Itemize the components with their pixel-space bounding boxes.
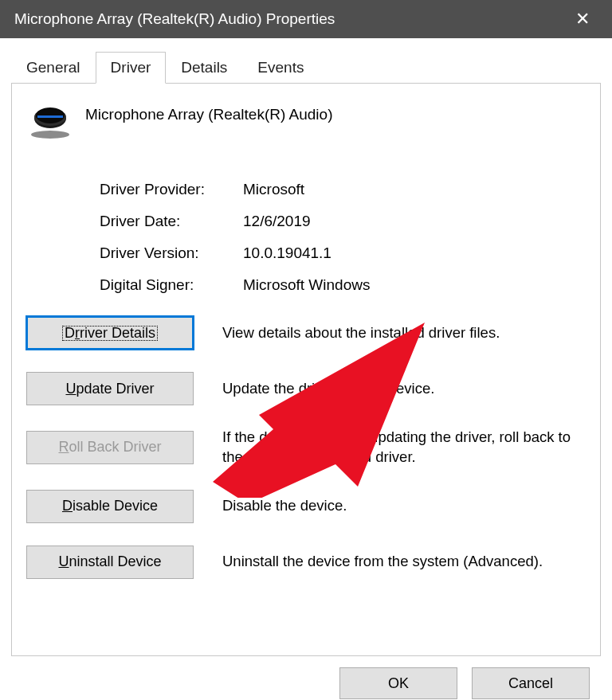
tab-events[interactable]: Events <box>242 52 319 84</box>
uninstall-device-description: Uninstall the device from the system (Ad… <box>222 552 586 572</box>
driver-info-grid: Driver Provider: Microsoft Driver Date: … <box>100 181 586 294</box>
disable-device-button[interactable]: Disable Device <box>26 490 194 523</box>
svg-point-0 <box>31 131 69 139</box>
window-title: Microphone Array (Realtek(R) Audio) Prop… <box>14 10 335 28</box>
driver-actions: Drriver Details View details about the i… <box>26 316 586 579</box>
driver-version-label: Driver Version: <box>100 244 243 262</box>
driver-tab-panel: Microphone Array (Realtek(R) Audio) Driv… <box>11 83 601 656</box>
close-icon[interactable]: ✕ <box>567 6 598 33</box>
roll-back-driver-description: If the device fails after updating the d… <box>222 428 586 467</box>
tab-general[interactable]: General <box>11 52 96 84</box>
driver-provider-label: Driver Provider: <box>100 181 243 198</box>
disable-device-description: Disable the device. <box>222 496 586 516</box>
driver-details-button[interactable]: Drriver Details <box>26 316 194 350</box>
driver-details-description: View details about the installed driver … <box>222 323 586 343</box>
cancel-button[interactable]: Cancel <box>472 667 590 699</box>
ok-button[interactable]: OK <box>339 667 457 699</box>
device-header: Microphone Array (Realtek(R) Audio) <box>26 100 586 152</box>
client-area: General Driver Details Events Microphone… <box>0 38 612 700</box>
driver-date-label: Driver Date: <box>100 213 243 230</box>
titlebar: Microphone Array (Realtek(R) Audio) Prop… <box>0 0 612 38</box>
uninstall-device-button[interactable]: Uninstall Device <box>26 546 194 579</box>
update-driver-button[interactable]: Update Driver <box>26 372 194 405</box>
svg-rect-4 <box>37 115 63 118</box>
tab-driver[interactable]: Driver <box>96 52 167 84</box>
driver-version-value: 10.0.19041.1 <box>243 244 586 262</box>
update-driver-description: Update the driver for this device. <box>222 379 586 399</box>
digital-signer-label: Digital Signer: <box>100 276 243 294</box>
device-name: Microphone Array (Realtek(R) Audio) <box>85 103 332 123</box>
tab-strip: General Driver Details Events <box>11 51 601 83</box>
digital-signer-value: Microsoft Windows <box>243 276 586 294</box>
tab-details[interactable]: Details <box>166 52 242 84</box>
driver-date-value: 12/6/2019 <box>243 213 586 230</box>
audio-device-icon <box>29 104 71 139</box>
dialog-button-row: OK Cancel <box>11 656 601 700</box>
roll-back-driver-button: Roll Back Driver <box>26 431 194 464</box>
driver-provider-value: Microsoft <box>243 181 586 198</box>
